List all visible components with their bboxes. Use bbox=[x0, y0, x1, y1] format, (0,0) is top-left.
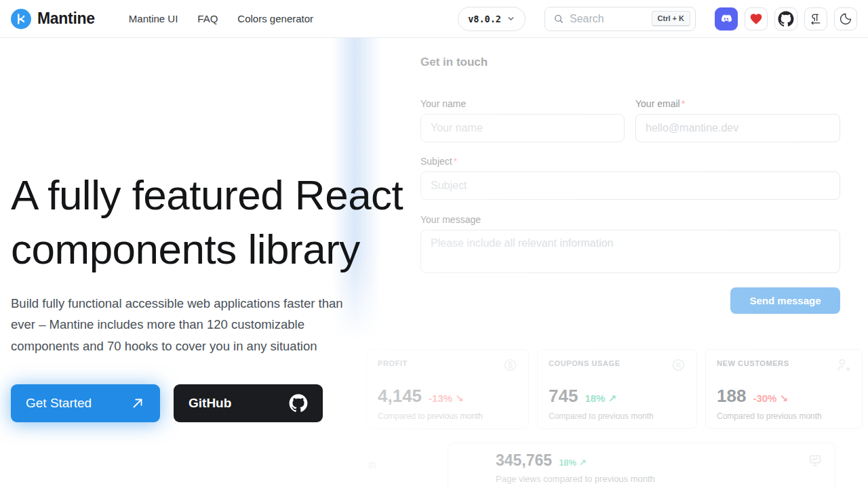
arrow-up-right-icon bbox=[130, 396, 145, 411]
hero-description: Build fully functional accessible web ap… bbox=[11, 293, 353, 357]
search-icon bbox=[553, 14, 564, 24]
search-input[interactable]: Ctrl + K bbox=[545, 7, 696, 31]
contact-form-title: Get in touch bbox=[420, 56, 488, 69]
stat-value: 4,145 bbox=[378, 386, 422, 407]
presentation-icon bbox=[808, 453, 823, 468]
trend-down-icon: ↘ bbox=[780, 392, 789, 404]
field-label-name: Your name bbox=[420, 98, 466, 109]
send-message-button: Send message bbox=[730, 287, 840, 314]
github-cta-button[interactable]: GitHub bbox=[174, 384, 323, 422]
required-asterisk: * bbox=[454, 156, 457, 167]
search-field[interactable] bbox=[570, 13, 646, 25]
search-shortcut-kbd: Ctrl + K bbox=[652, 11, 690, 26]
heart-icon bbox=[749, 12, 763, 26]
page-views-value: 345,765 bbox=[496, 451, 552, 470]
version-label: v8.0.2 bbox=[468, 14, 501, 24]
trend-up-icon: ↗ bbox=[608, 392, 617, 404]
page-title: A fully featured React components librar… bbox=[11, 168, 499, 277]
page-main: Get in touch Your name Your email* Your … bbox=[0, 38, 868, 488]
brand-logo[interactable]: Mantine bbox=[11, 9, 95, 29]
stat-diff: -30% ↘ bbox=[753, 392, 788, 405]
version-select[interactable]: v8.0.2 bbox=[458, 7, 526, 31]
email-field: hello@mantine.dev bbox=[635, 114, 840, 142]
brand-name: Mantine bbox=[37, 9, 95, 28]
stat-title: PROFIT bbox=[378, 359, 408, 367]
user-plus-icon bbox=[837, 358, 851, 372]
sponsor-button[interactable] bbox=[745, 7, 768, 30]
trend-down-icon: ↘ bbox=[455, 392, 464, 404]
discord-button[interactable] bbox=[715, 7, 738, 30]
coin-icon bbox=[503, 358, 517, 372]
stat-diff: 18% ↗ bbox=[585, 392, 616, 405]
chevron-down-icon bbox=[507, 14, 515, 23]
text-direction-icon bbox=[809, 12, 823, 26]
mantine-logo-icon bbox=[11, 9, 31, 29]
discord-icon bbox=[719, 12, 734, 26]
stat-title: NEW CUSTOMERS bbox=[717, 359, 789, 367]
stat-value: 745 bbox=[549, 386, 578, 407]
text-direction-button[interactable] bbox=[804, 7, 827, 30]
github-icon bbox=[778, 11, 794, 27]
stat-card-coupons: COUPONS USAGE 745 18% ↗ Compared to prev… bbox=[537, 349, 697, 429]
stat-card-profit: PROFIT 4,145 -13% ↘ Compared to previous… bbox=[366, 349, 529, 429]
stat-card-new-customers: NEW CUSTOMERS 188 -30% ↘ Compared to pre… bbox=[705, 349, 863, 429]
name-field: Your name bbox=[420, 114, 625, 142]
stat-diff: -13% ↘ bbox=[429, 392, 464, 405]
nav-faq[interactable]: FAQ bbox=[197, 13, 218, 24]
discount-icon bbox=[671, 358, 686, 372]
color-scheme-toggle-button[interactable] bbox=[834, 7, 857, 30]
cta-row: Get Started GitHub bbox=[11, 384, 323, 422]
stat-title: COUPONS USAGE bbox=[549, 359, 620, 367]
stat-caption: Compared to previous month bbox=[549, 411, 686, 421]
page-views-card: 345,765 18% ↗ Page views compared to pre… bbox=[448, 443, 835, 488]
nav-colors-generator[interactable]: Colors generator bbox=[237, 13, 313, 24]
field-label-email: Your email* bbox=[635, 98, 685, 109]
site-header: Mantine Mantine UI FAQ Colors generator … bbox=[0, 0, 868, 38]
github-button[interactable] bbox=[774, 7, 797, 30]
trend-up-icon: ↗ bbox=[579, 458, 587, 468]
field-label-subject: Subject* bbox=[420, 156, 457, 167]
nav-mantine-ui[interactable]: Mantine UI bbox=[129, 13, 178, 24]
moon-icon bbox=[839, 12, 852, 26]
stat-caption: Compared to previous month bbox=[378, 411, 517, 421]
page-views-caption: Page views compared to previous month bbox=[496, 474, 824, 484]
stat-caption: Compared to previous month bbox=[717, 411, 851, 421]
faded-text-fragment: th bbox=[368, 460, 376, 470]
page-views-diff: 18% ↗ bbox=[559, 458, 587, 468]
main-nav: Mantine UI FAQ Colors generator bbox=[129, 13, 313, 24]
get-started-button[interactable]: Get Started bbox=[11, 384, 160, 422]
required-asterisk: * bbox=[682, 98, 685, 109]
stat-value: 188 bbox=[717, 386, 746, 407]
github-icon bbox=[289, 394, 308, 413]
